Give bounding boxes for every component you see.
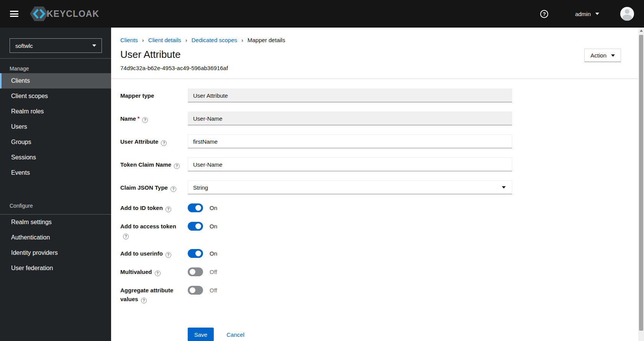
field-help-icon-add-to-access-token[interactable]: ? (123, 234, 129, 239)
cancel-link[interactable]: Cancel (226, 331, 244, 338)
field-help-icon-user-attribute[interactable]: ? (161, 140, 167, 146)
field-help-icon-token-claim-name[interactable]: ? (174, 163, 180, 169)
breadcrumb-item-mapper-details: Mapper details (247, 37, 285, 43)
breadcrumb-item-dedicated-scopes[interactable]: Dedicated scopes (192, 37, 237, 43)
field-label-text: Claim JSON Type (120, 184, 168, 191)
scrollbar-track[interactable] (638, 28, 644, 341)
field-label-user-attribute: User Attribute? (120, 137, 188, 146)
toggle-add-to-id-token[interactable] (188, 203, 203, 212)
scroll-up-icon[interactable] (638, 28, 644, 34)
breadcrumb: Clients›Client details›Dedicated scopes›… (111, 28, 638, 43)
action-label: Action (590, 52, 606, 59)
form-row-add-to-id-token: Add to ID token?On (120, 203, 638, 212)
sidebar-item-users[interactable]: Users (0, 119, 111, 134)
sidebar-item-sessions[interactable]: Sessions (0, 150, 111, 165)
brand-text: KEYCLOAK (47, 9, 99, 19)
field-help-icon-name[interactable]: ? (142, 117, 148, 123)
toggle-knob (195, 223, 201, 229)
sidebar-item-realm-roles[interactable]: Realm roles (0, 104, 111, 119)
keycloak-hexagon-icon (29, 5, 49, 22)
sidebar-item-user-federation[interactable]: User federation (0, 261, 111, 276)
caret-down-icon (595, 13, 599, 15)
field-label-text: Token Claim Name (120, 161, 171, 168)
input-token-claim-name[interactable] (188, 157, 512, 171)
form-row-name: Name*? (120, 111, 638, 125)
breadcrumb-separator: › (185, 37, 187, 43)
nav-section-label-manage: Manage (0, 59, 111, 73)
nav-section-label-configure: Configure (0, 196, 111, 210)
field-label-text: Mapper type (120, 92, 154, 99)
field-help-icon-multivalued[interactable]: ? (155, 271, 161, 276)
field-help-icon-add-to-userinfo[interactable]: ? (166, 252, 171, 258)
sidebar-item-groups[interactable]: Groups (0, 134, 111, 150)
main-content: Clients›Client details›Dedicated scopes›… (111, 28, 638, 341)
toggle-knob (195, 205, 201, 211)
mapper-form: Mapper typeName*?User Attribute?Token Cl… (111, 79, 638, 341)
sidebar-item-authentication[interactable]: Authentication (0, 230, 111, 245)
avatar-body (623, 15, 632, 21)
field-label-text: Name (120, 115, 136, 122)
action-dropdown-button[interactable]: Action (584, 49, 621, 62)
breadcrumb-item-clients[interactable]: Clients (120, 37, 138, 43)
breadcrumb-item-client-details[interactable]: Client details (148, 37, 181, 43)
sidebar-item-client-scopes[interactable]: Client scopes (0, 89, 111, 104)
user-menu[interactable]: admin (575, 11, 599, 17)
select-claim-json-type[interactable]: String (188, 180, 512, 194)
realm-selector[interactable]: softwlc (10, 38, 102, 53)
field-label-multivalued: Multivalued? (120, 267, 188, 276)
field-control-add-to-userinfo: On (188, 249, 217, 258)
form-row-user-attribute: User Attribute? (120, 134, 638, 148)
toggle-state-multivalued: Off (210, 267, 217, 276)
field-label-name: Name*? (120, 114, 188, 123)
toggle-add-to-access-token[interactable] (188, 222, 203, 231)
form-row-multivalued: Multivalued?Off (120, 267, 638, 276)
field-label-text: Aggregate attribute values (120, 287, 173, 302)
field-control-mapper-type (188, 89, 512, 102)
username: admin (575, 11, 591, 17)
menu-icon[interactable] (10, 11, 18, 17)
field-control-aggregate-attribute-values: Off (188, 286, 217, 295)
sidebar-item-clients[interactable]: Clients (0, 73, 111, 89)
required-marker: * (138, 115, 139, 121)
page-header: User Attribute 74d9c32a-b62e-4953-ac49-5… (111, 43, 638, 71)
toggle-add-to-userinfo[interactable] (188, 249, 203, 258)
input-user-attribute[interactable] (188, 134, 512, 148)
form-row-mapper-type: Mapper type (120, 89, 638, 102)
field-label-mapper-type: Mapper type (120, 91, 188, 100)
help-icon[interactable]: ? (540, 10, 548, 18)
field-label-claim-json-type: Claim JSON Type? (120, 183, 188, 192)
toggle-multivalued[interactable] (188, 267, 203, 276)
field-label-text: Add to access token (120, 223, 176, 230)
field-label-text: User Attribute (120, 138, 158, 145)
toggle-state-aggregate-attribute-values: Off (210, 286, 217, 295)
save-button[interactable]: Save (188, 328, 214, 341)
masthead: KEYCLOAK ? admin (0, 0, 644, 28)
avatar (620, 7, 634, 21)
scrollbar-thumb[interactable] (639, 35, 643, 331)
sidebar-item-events[interactable]: Events (0, 165, 111, 180)
toggle-knob (190, 269, 195, 275)
sidebar-item-identity-providers[interactable]: Identity providers (0, 245, 111, 261)
toggle-state-add-to-id-token: On (210, 203, 217, 212)
field-help-icon-claim-json-type[interactable]: ? (170, 186, 176, 192)
field-label-aggregate-attribute-values: Aggregate attribute values? (120, 286, 188, 303)
field-help-icon-add-to-id-token[interactable]: ? (166, 207, 171, 212)
field-control-name (188, 111, 512, 125)
form-row-add-to-access-token: Add to access token?On (120, 222, 638, 239)
realm-name: softwlc (15, 43, 33, 49)
page-subtitle: 74d9c32a-b62e-4953-ac49-596ab36916af (120, 65, 228, 71)
field-label-add-to-access-token: Add to access token? (120, 222, 188, 239)
form-actions: Save Cancel (188, 328, 638, 341)
keycloak-logo: KEYCLOAK (29, 5, 99, 22)
field-help-icon-aggregate-attribute-values[interactable]: ? (141, 298, 147, 303)
selected-option: String (193, 184, 208, 191)
field-control-multivalued: Off (188, 267, 217, 276)
sidebar-item-realm-settings[interactable]: Realm settings (0, 215, 111, 230)
page-title-block: User Attribute 74d9c32a-b62e-4953-ac49-5… (120, 49, 228, 71)
field-control-add-to-id-token: On (188, 203, 217, 212)
page-title: User Attribute (120, 49, 228, 61)
breadcrumb-separator: › (241, 37, 243, 43)
breadcrumb-separator: › (142, 37, 144, 43)
toggle-aggregate-attribute-values[interactable] (188, 286, 203, 295)
toggle-knob (195, 251, 201, 256)
